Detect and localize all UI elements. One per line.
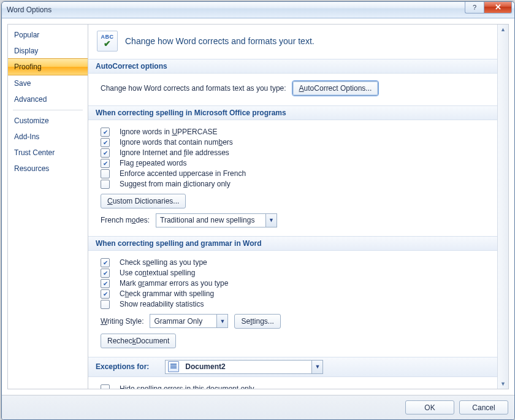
section-exceptions-head: Exceptions for: Document2 ▼ [88,357,498,377]
chk-maindict[interactable] [101,180,110,189]
sidebar-item-trustcenter[interactable]: Trust Center [8,145,88,161]
sidebar-item-advanced[interactable]: Advanced [8,91,88,107]
scroll-down-icon[interactable]: ▼ [498,379,508,389]
cancel-button[interactable]: Cancel [459,400,508,414]
chk-grammarspell-label: Check grammar with spelling [120,289,214,298]
chk-spell-asyoutype[interactable] [101,258,110,267]
section-wordspell-body: Check spelling as you type Use contextua… [88,251,498,357]
chk-uppercase[interactable] [101,128,110,137]
section-wordspell-head: When correcting spelling and grammar in … [88,236,498,251]
chevron-down-icon[interactable]: ▼ [216,315,227,327]
section-exceptions-body: Hide spelling errors in this document on… [88,377,498,389]
sidebar-item-addins[interactable]: Add-Ins [8,129,88,145]
exceptions-label: Exceptions for: [96,362,149,371]
exceptions-doc-select[interactable]: Document2 ▼ [165,360,323,374]
page-title: Change how Word corrects and formats you… [125,36,315,46]
section-autocorrect-title: AutoCorrect options [96,62,167,71]
chk-hide-spell[interactable] [101,384,110,389]
dialog-body: Popular Display Proofing Save Advanced C… [2,18,514,395]
french-modes-value: Traditional and new spellings [156,216,265,224]
word-options-dialog: Word Options ? ✕ Popular Display Proofin… [1,1,515,420]
chk-french-accent[interactable] [101,169,110,178]
window-controls: ? ✕ [465,2,512,13]
sidebar-item-display[interactable]: Display [8,43,88,59]
dialog-footer: OK Cancel [2,395,514,419]
sidebar-item-customize[interactable]: Customize [8,113,88,129]
section-officespell-head: When correcting spelling in Microsoft Of… [88,105,498,120]
section-autocorrect-head: AutoCorrect options [88,59,498,74]
scrollbar[interactable]: ▲ ▼ [497,25,508,389]
titlebar: Word Options ? ✕ [2,2,514,18]
close-button[interactable]: ✕ [484,1,512,13]
writing-style-label: Writing Style: [101,317,143,326]
writing-style-value: Grammar Only [150,317,216,326]
autocorrect-desc: Change how Word corrects and formats tex… [101,84,286,93]
settings-button[interactable]: Settings... [234,314,280,329]
autocorrect-options-button[interactable]: AutoCorrect Options... [292,81,379,96]
chk-maindict-label: Suggest from main dictionary only [120,180,231,188]
chk-spell-asyoutype-label: Check spelling as you type [120,258,207,267]
chk-contextual-label: Use contextual spelling [120,269,195,277]
section-officespell-title: When correcting spelling in Microsoft Of… [96,109,286,117]
sidebar-item-proofing[interactable]: Proofing [8,58,88,75]
chevron-down-icon[interactable]: ▼ [265,214,277,227]
french-modes-select[interactable]: Traditional and new spellings ▼ [156,213,277,227]
sidebar-item-popular[interactable]: Popular [8,27,88,43]
french-modes-label: French modes: [101,216,150,224]
chk-internet[interactable] [101,148,110,158]
section-wordspell-title: When correcting spelling and grammar in … [96,239,261,248]
chk-readability-label: Show readability statistics [120,300,204,308]
recheck-document-button[interactable]: Recheck Document [101,334,176,348]
chk-french-accent-label: Enforce accented uppercase in French [120,169,246,178]
sidebar-divider-1 [13,110,83,110]
custom-dictionaries-button[interactable]: Custom Dictionaries... [101,194,186,208]
chk-repeated-label: Flag repeated words [120,159,186,167]
exceptions-doc-value: Document2 [181,362,311,371]
chk-grammarspell[interactable] [101,289,110,299]
chk-uppercase-label: Ignore words in UPPERCASE [120,128,217,136]
chk-repeated[interactable] [101,159,110,168]
category-sidebar: Popular Display Proofing Save Advanced C… [7,24,88,389]
writing-style-select[interactable]: Grammar Only ▼ [150,314,228,328]
ok-button[interactable]: OK [405,400,454,414]
help-button[interactable]: ? [465,1,484,13]
section-autocorrect-body: Change how Word corrects and formats tex… [88,74,498,105]
window-title: Word Options [7,6,52,14]
autocorrect-options-button-label: utoCorrect Options... [304,84,372,93]
sidebar-item-resources[interactable]: Resources [8,161,88,177]
sidebar-item-save[interactable]: Save [8,75,88,91]
chk-contextual[interactable] [101,269,110,278]
chk-readability[interactable] [101,300,110,309]
scroll-up-icon[interactable]: ▲ [498,25,508,34]
chk-hide-spell-label: Hide spelling errors in this document on… [120,384,254,389]
content-header: ABC ✔ Change how Word corrects and forma… [88,25,498,59]
chk-numbers-label: Ignore words that contain numbers [120,138,233,147]
chk-internet-label: Ignore Internet and file addresses [120,148,229,157]
section-officespell-body: Ignore words in UPPERCASE Ignore words t… [88,120,498,236]
document-icon [168,361,179,372]
check-icon: ✔ [104,39,111,48]
chk-grammarerrors[interactable] [101,279,110,288]
content-pane: ▲ ▼ ABC ✔ Change how Word corrects and f… [88,24,509,389]
chk-numbers[interactable] [101,138,110,147]
chevron-down-icon[interactable]: ▼ [311,361,322,373]
chk-grammarerrors-label: Mark grammar errors as you type [120,279,228,288]
proofing-icon: ABC ✔ [97,31,118,52]
